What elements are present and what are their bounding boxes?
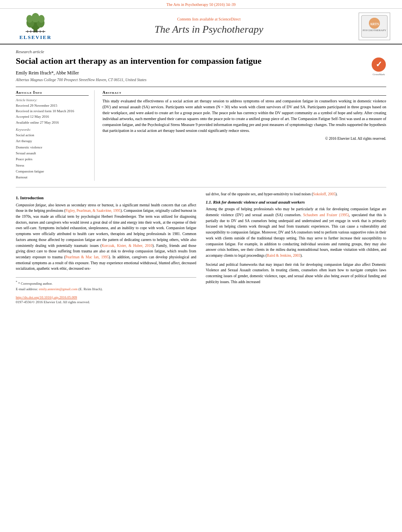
article-type: Research article xyxy=(16,49,386,54)
section1-para1: Compassion fatigue, also known as second… xyxy=(16,202,196,272)
abstract-title: Abstract xyxy=(102,90,386,96)
sokoloff-ref[interactable]: Sokoloff, 2005 xyxy=(313,192,335,196)
doi-link[interactable]: http://dx.doi.org/10.1016/j.aip.2016.05.… xyxy=(16,295,77,299)
journal-right-logo: ARTS PSYCHOTHERAPY xyxy=(359,13,390,40)
section1-heading: 1. Introduction xyxy=(16,195,196,200)
subsection1-heading: 1.1. Risk for domestic violence and sexu… xyxy=(206,200,386,204)
pearlman-ref[interactable]: Pearlman & Mac Ian, 1995 xyxy=(65,255,109,259)
dates-info: Received 29 November 2015 Received in re… xyxy=(16,103,89,126)
elsevier-label: ELSEVIER xyxy=(19,34,52,41)
email-link[interactable]: emily.annreim@gmail.com xyxy=(39,287,77,291)
doi-line: http://dx.doi.org/10.1016/j.aip.2016.05.… xyxy=(16,295,196,299)
elsevier-tree-icon xyxy=(22,12,49,33)
crossmark-badge[interactable]: ✓ CrossMark xyxy=(371,57,386,76)
abstract-text: This study evaluated the effectiveness o… xyxy=(102,98,386,133)
elsevier-logo: ELSEVIER xyxy=(12,12,59,41)
issn-line: 0197-4556/© 2016 Elsevier Ltd. All right… xyxy=(16,300,196,304)
section-divider xyxy=(16,187,386,187)
svg-point-4 xyxy=(32,13,39,22)
contents-text: Contents lists available at xyxy=(177,17,218,21)
figley-ref[interactable]: Figley, Pearlman, & Saakvitne, 1995 xyxy=(65,209,121,213)
abstract-panel: Abstract This study evaluated the effect… xyxy=(102,90,386,181)
svg-point-5 xyxy=(26,15,33,23)
footnote-corresponding: * * Corresponding author. xyxy=(16,280,196,287)
science-direct-link-text[interactable]: ScienceDirect xyxy=(218,17,240,21)
body-left-col: 1. Introduction Compassion fatigue, also… xyxy=(16,191,196,304)
baird-ref[interactable]: Baird & Jenkins, 2003 xyxy=(267,254,301,258)
body-right-col: ual drive, fear of the opposite sex, and… xyxy=(206,191,386,304)
and-text: and xyxy=(381,248,386,252)
schauben-ref[interactable]: Schauben and Fraizer (1995) xyxy=(303,213,349,217)
korczak-ref[interactable]: Korczak, Kister, & Huber, 2010 xyxy=(102,244,153,248)
journal-title-center: Contents lists available at ScienceDirec… xyxy=(59,17,359,35)
journal-ref-link[interactable]: The Arts in Psychotherapy 50 (2016) 34–3… xyxy=(166,2,236,7)
article-content: Research article Social action art thera… xyxy=(0,44,402,312)
journal-header: ELSEVIER Contents lists available at Sci… xyxy=(0,9,402,44)
section1-para1-continued: ual drive, fear of the opposite sex, and… xyxy=(206,191,386,197)
article-info-panel: Article Info Article history: Received 2… xyxy=(16,90,95,181)
footnote-area: * * Corresponding author. E-mail address… xyxy=(16,277,196,304)
affiliation: Albertus Magnus College 700 Prospect Str… xyxy=(16,78,365,82)
page: The Arts in Psychotherapy 50 (2016) 34–3… xyxy=(0,0,402,532)
article-info-abstract: Article Info Article history: Received 2… xyxy=(16,87,386,181)
journal-name: The Arts in Psychotherapy xyxy=(59,24,359,35)
footnote-email: E-mail address: emily.annreim@gmail.com … xyxy=(16,287,196,292)
keywords-list: Social actionArt therapyDomestic violenc… xyxy=(16,132,89,180)
body-columns: 1. Introduction Compassion fatigue, also… xyxy=(16,191,386,304)
top-bar: The Arts in Psychotherapy 50 (2016) 34–3… xyxy=(0,0,402,9)
svg-text:ARTS: ARTS xyxy=(370,22,379,26)
subsection1-text2: Societal and political frameworks that m… xyxy=(206,262,386,285)
keywords-label: Keywords: xyxy=(16,128,89,132)
subsection1-text: Among the groups of helping professional… xyxy=(206,206,386,258)
history-label: Article history: xyxy=(16,98,89,102)
svg-text:✓: ✓ xyxy=(376,60,382,69)
authors: Emily Reim Ifrach*, Abbe Miller xyxy=(16,70,365,76)
science-direct-line: Contents lists available at ScienceDirec… xyxy=(59,17,359,21)
svg-text:PSYCHOTHERAPY: PSYCHOTHERAPY xyxy=(363,29,386,32)
article-info-title: Article Info xyxy=(16,90,89,96)
article-title: Social action art therapy as an interven… xyxy=(16,56,365,67)
copyright: © 2016 Elsevier Ltd. All rights reserved… xyxy=(102,137,386,141)
svg-point-6 xyxy=(38,15,45,23)
